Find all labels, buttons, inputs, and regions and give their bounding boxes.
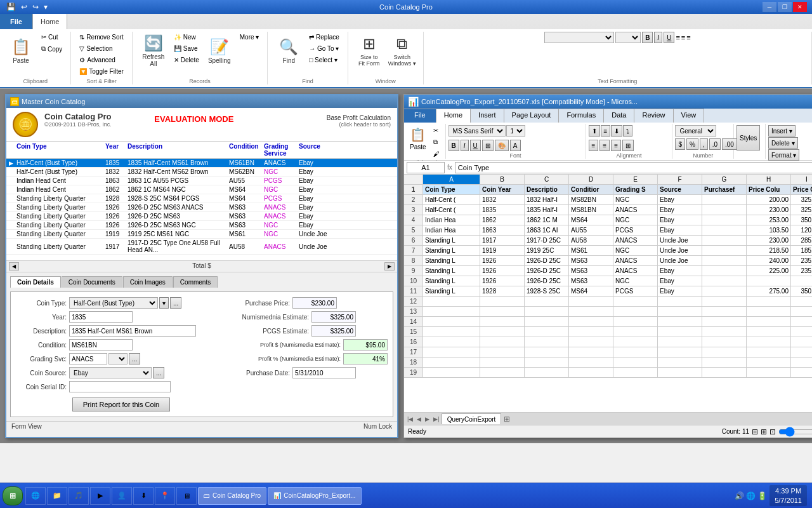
source-more-btn[interactable]: ...	[153, 367, 164, 378]
th-year[interactable]: Year	[105, 143, 128, 157]
numis-input[interactable]	[311, 311, 356, 323]
taskbar-icon-6[interactable]: ⬇	[133, 487, 154, 505]
col-header-e[interactable]: E	[613, 175, 658, 184]
tab-coin-documents[interactable]: Coin Documents	[62, 276, 122, 288]
col-header-h[interactable]: H	[747, 175, 791, 184]
italic-btn[interactable]: I	[654, 32, 662, 43]
minimize-btn[interactable]: ─	[763, 2, 776, 12]
start-button[interactable]: ⊞	[3, 486, 23, 505]
col-header-i[interactable]: I	[791, 175, 812, 184]
tab-coin-images[interactable]: Coin Images	[123, 276, 173, 288]
cell-1-e[interactable]: Grading S	[613, 185, 658, 194]
scroll-right-btn[interactable]: ▶	[384, 262, 395, 271]
excel-percent-btn[interactable]: %	[686, 138, 698, 150]
th-grading[interactable]: GradingService	[264, 143, 299, 157]
sheet-tab-query[interactable]: QueryCoinExport	[442, 413, 502, 424]
purchase-price-input[interactable]	[292, 297, 337, 309]
excel-layout-view-btn[interactable]: ⊞	[761, 427, 767, 436]
switch-windows-btn[interactable]: ⧉ SwitchWindows ▾	[386, 32, 418, 70]
selection-btn[interactable]: ▽ Selection	[76, 43, 126, 54]
sheet-nav-last[interactable]: ▶|	[431, 416, 441, 422]
excel-tab-formulas[interactable]: Formulas	[559, 109, 604, 123]
taskbar-excel-item[interactable]: 📊 CoinCatalogPro_Export...	[268, 487, 361, 505]
paste-btn[interactable]: 📋 Paste	[5, 32, 37, 70]
excel-left-btn[interactable]: ≡	[589, 140, 599, 151]
excel-styles-btn[interactable]: Styles	[737, 125, 760, 150]
sheet-nav-next[interactable]: ▶	[423, 416, 431, 422]
redo-btn[interactable]: ↪	[31, 3, 40, 11]
excel-align-top-btn[interactable]: ⬆	[589, 125, 600, 137]
cell-1-c[interactable]: Descriptio	[525, 185, 569, 194]
spelling-btn[interactable]: 📝 Spelling	[204, 32, 235, 70]
taskbar-icon-7[interactable]: 📍	[155, 487, 175, 505]
col-header-a[interactable]: A	[423, 175, 480, 184]
table-row[interactable]: Half-Cent (Bust Type) 1832 1832 Half-Cen…	[6, 168, 397, 177]
tab-home[interactable]: Home	[33, 14, 67, 29]
th-source[interactable]: Source	[299, 143, 337, 157]
tab-comments[interactable]: Comments	[173, 276, 218, 288]
excel-font-select[interactable]: MS Sans Serif	[449, 125, 506, 137]
align-center-btn[interactable]: ≡	[681, 34, 685, 41]
remove-sort-btn[interactable]: ⇅ Remove Sort	[76, 32, 126, 43]
cell-1-b[interactable]: Coin Year	[480, 185, 525, 194]
year-input[interactable]	[69, 311, 133, 323]
restore-btn[interactable]: ❐	[778, 2, 792, 12]
save-btn[interactable]: 💾 Save	[171, 43, 202, 54]
excel-comma-btn[interactable]: ,	[700, 138, 708, 150]
th-condition[interactable]: Condition	[229, 143, 264, 157]
excel-tab-view[interactable]: View	[674, 109, 705, 123]
refresh-all-btn[interactable]: 🔄 RefreshAll	[138, 32, 169, 70]
taskbar-icon-2[interactable]: 📁	[47, 487, 67, 505]
profit-pct-input[interactable]	[343, 353, 388, 364]
excel-format-painter-btn[interactable]: 🖌	[430, 149, 443, 159]
print-report-btn[interactable]: Print Report for this Coin	[72, 398, 170, 411]
save-quick-btn[interactable]: 💾	[5, 3, 17, 11]
excel-tab-data[interactable]: Data	[604, 109, 634, 123]
excel-tab-review[interactable]: Review	[634, 109, 673, 123]
sheet-nav-prev[interactable]: ◀	[415, 416, 423, 422]
align-left-btn[interactable]: ≡	[676, 34, 679, 41]
excel-center-btn[interactable]: ≡	[599, 140, 610, 151]
excel-delete-btn[interactable]: Delete ▾	[768, 137, 798, 149]
name-box[interactable]	[407, 162, 445, 173]
table-row[interactable]: Standing Liberty Quarter 1926 1926-D 25C…	[6, 221, 397, 230]
excel-format-btn[interactable]: Format ▾	[768, 149, 799, 161]
pcgs-input[interactable]	[311, 325, 356, 337]
insert-sheet-btn[interactable]: ⊞	[501, 415, 513, 424]
excel-underline-btn[interactable]: U	[470, 140, 481, 151]
col-header-g[interactable]: G	[702, 175, 747, 184]
th-description[interactable]: Description	[128, 143, 229, 157]
sheet-nav-first[interactable]: |◀	[405, 416, 415, 422]
excel-tab-file[interactable]: File	[404, 109, 436, 123]
close-btn[interactable]: ✕	[793, 2, 807, 12]
excel-currency-btn[interactable]: $	[675, 138, 685, 150]
profit-dollar-input[interactable]	[343, 339, 388, 351]
coin-type-more-btn[interactable]: ...	[170, 297, 181, 309]
col-header-d[interactable]: D	[569, 175, 613, 184]
excel-fontsize-select[interactable]: 10	[506, 125, 525, 137]
excel-insert-btn[interactable]: Insert ▾	[768, 125, 796, 137]
tab-coin-details[interactable]: Coin Details	[10, 276, 61, 288]
serial-input[interactable]	[69, 381, 171, 392]
excel-italic-btn[interactable]: I	[461, 140, 469, 151]
table-row[interactable]: Standing Liberty Quarter 1917 1917-D 25C…	[6, 239, 397, 255]
excel-align-bottom-btn[interactable]: ⬇	[611, 125, 622, 137]
taskbar-icon-8[interactable]: 🖥	[176, 487, 197, 505]
excel-tab-home[interactable]: Home	[436, 109, 471, 123]
formula-input[interactable]	[455, 162, 812, 173]
excel-page-break-btn[interactable]: ⊡	[769, 427, 776, 436]
cell-1-h[interactable]: Price Colu	[747, 185, 791, 194]
more-btn[interactable]: More ▾	[237, 32, 263, 43]
excel-wrap-btn[interactable]: ⤵	[623, 125, 632, 137]
taskbar-icon-1[interactable]: 🌐	[25, 487, 46, 505]
scroll-left-btn[interactable]: ◀	[9, 262, 19, 271]
select-btn[interactable]: □ Select ▾	[306, 55, 342, 65]
taskbar-icon-4[interactable]: ▶	[90, 487, 110, 505]
table-row[interactable]: Standing Liberty Quarter 1926 1926-D 25C…	[6, 203, 397, 212]
size-to-fit-btn[interactable]: ⊞ Size toFit Form	[353, 32, 385, 70]
th-coin-type[interactable]: Coin Type	[16, 143, 105, 157]
coin-type-dropdown-btn[interactable]: ▾	[159, 297, 169, 309]
find-btn[interactable]: 🔍 Find	[273, 32, 304, 70]
grading-input[interactable]	[69, 353, 107, 364]
grading-more-btn[interactable]: ...	[129, 353, 140, 364]
